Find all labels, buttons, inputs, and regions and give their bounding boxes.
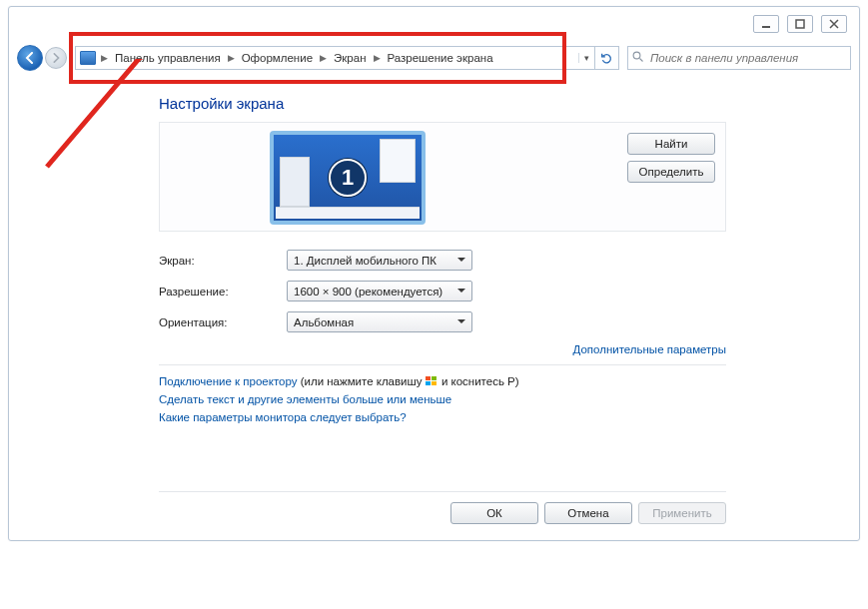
search-icon (632, 51, 644, 66)
display-preview: 1 Найти Определить (159, 122, 726, 232)
chevron-right-icon: ▶ (98, 53, 111, 63)
chevron-right-icon: ▶ (317, 53, 330, 63)
maximize-button[interactable] (787, 15, 813, 33)
chevron-right-icon: ▶ (225, 53, 238, 63)
navigation-bar: ▶ Панель управления ▶ Оформление ▶ Экран… (17, 41, 851, 75)
control-panel-icon (80, 51, 96, 65)
display-form: Экран: 1. Дисплей мобильного ПК Разрешен… (159, 250, 726, 332)
search-box[interactable] (627, 46, 851, 70)
advanced-settings-link[interactable]: Дополнительные параметры (573, 343, 727, 355)
projector-line: Подключение к проектору (или нажмите кла… (159, 375, 833, 387)
divider (159, 364, 726, 365)
monitor-thumb[interactable]: 1 (270, 131, 426, 225)
refresh-button[interactable] (595, 46, 619, 70)
forward-button[interactable] (45, 47, 67, 69)
breadcrumb-item[interactable]: Панель управления (113, 52, 223, 64)
breadcrumb-item[interactable]: Оформление (240, 52, 315, 64)
orientation-label: Ориентация: (159, 316, 287, 328)
apply-button[interactable]: Применить (638, 502, 726, 524)
find-button[interactable]: Найти (627, 133, 715, 155)
screen-label: Экран: (159, 255, 287, 267)
orientation-dropdown[interactable]: Альбомная (287, 311, 472, 332)
ok-button[interactable]: ОК (450, 502, 538, 524)
text-size-link[interactable]: Сделать текст и другие элементы больше и… (159, 393, 451, 405)
back-button[interactable] (17, 45, 43, 71)
chevron-right-icon: ▶ (371, 53, 384, 63)
breadcrumb-item[interactable]: Разрешение экрана (386, 52, 495, 64)
close-button[interactable] (821, 15, 847, 33)
svg-line-3 (640, 58, 643, 61)
resolution-dropdown[interactable]: 1600 × 900 (рекомендуется) (287, 281, 472, 302)
screen-dropdown[interactable]: 1. Дисплей мобильного ПК (287, 250, 472, 271)
page-title: Настройки экрана (159, 95, 833, 112)
cancel-button[interactable]: Отмена (544, 502, 632, 524)
resolution-label: Разрешение: (159, 286, 287, 298)
svg-rect-1 (796, 20, 804, 28)
svg-rect-0 (762, 26, 770, 28)
search-input[interactable] (648, 51, 846, 65)
monitor-number: 1 (329, 159, 367, 197)
windows-key-icon (426, 376, 438, 387)
breadcrumb-item[interactable]: Экран (332, 52, 368, 64)
identify-button[interactable]: Определить (627, 161, 715, 183)
monitor-help-link[interactable]: Какие параметры монитора следует выбрать… (159, 411, 407, 423)
window-controls (753, 15, 847, 33)
address-dropdown[interactable]: ▾ (578, 53, 594, 63)
address-bar[interactable]: ▶ Панель управления ▶ Оформление ▶ Экран… (75, 46, 595, 70)
control-panel-window: ▶ Панель управления ▶ Оформление ▶ Экран… (8, 6, 860, 541)
svg-point-2 (633, 52, 640, 59)
content-area: Настройки экрана 1 Найти Определить Экра… (9, 77, 859, 540)
footer-buttons: ОК Отмена Применить (159, 491, 726, 524)
projector-link[interactable]: Подключение к проектору (159, 375, 297, 387)
minimize-button[interactable] (753, 15, 779, 33)
